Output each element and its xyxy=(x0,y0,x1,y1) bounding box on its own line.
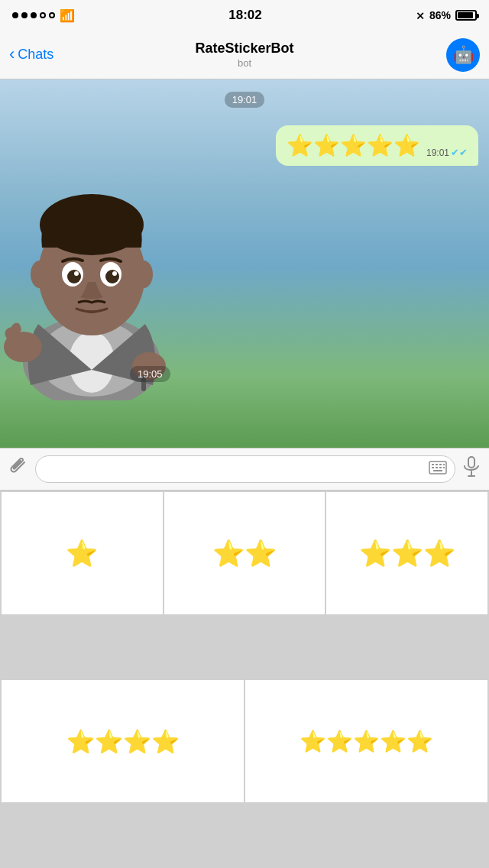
battery-icon xyxy=(455,10,477,21)
svg-rect-27 xyxy=(468,457,474,468)
svg-rect-23 xyxy=(436,467,438,468)
svg-rect-20 xyxy=(439,464,442,465)
stars-text: ⭐⭐⭐⭐⭐ xyxy=(287,133,420,158)
avatar-icon: 🤖 xyxy=(453,45,474,65)
sticker-time-label: 19:05 xyxy=(130,366,170,382)
back-button[interactable]: ‹ Chats xyxy=(9,47,53,63)
chat-title: RateStickerBot xyxy=(195,40,293,57)
message-meta: 19:01 ✔✔ xyxy=(426,147,468,158)
stars-5: ⭐⭐⭐⭐⭐ xyxy=(300,729,433,754)
input-bar xyxy=(0,448,489,491)
double-check-icon: ✔✔ xyxy=(451,147,468,158)
stars-2: ⭐⭐ xyxy=(212,538,277,568)
stars-3: ⭐⭐⭐ xyxy=(359,538,455,568)
svg-point-11 xyxy=(105,270,119,283)
stars-1: ⭐ xyxy=(66,538,98,568)
stars-4: ⭐⭐⭐⭐ xyxy=(66,728,180,755)
sticker-timestamp: 19:05 xyxy=(130,366,170,382)
wifi-icon: 📶 xyxy=(60,8,75,23)
avatar[interactable]: 🤖 xyxy=(446,38,480,72)
dot-3 xyxy=(31,12,37,18)
nav-title-block: RateStickerBot bot xyxy=(195,40,293,69)
timestamp-area: 19:01 xyxy=(0,79,489,108)
mic-icon[interactable] xyxy=(463,456,480,482)
svg-rect-25 xyxy=(443,467,445,468)
svg-rect-18 xyxy=(432,464,434,465)
dot-4 xyxy=(40,12,46,18)
message-input[interactable] xyxy=(35,455,455,483)
svg-rect-22 xyxy=(432,467,434,468)
back-label: Chats xyxy=(18,47,53,63)
rating-cell-4[interactable]: ⭐⭐⭐⭐ xyxy=(2,680,244,802)
message-time: 19:01 xyxy=(426,147,449,158)
rating-grid-row1: ⭐ ⭐⭐ ⭐⭐⭐ xyxy=(0,491,489,679)
dot-1 xyxy=(12,12,18,18)
message-out-stars: ⭐⭐⭐⭐⭐ 19:01 ✔✔ xyxy=(276,125,478,166)
rating-cell-3[interactable]: ⭐⭐⭐ xyxy=(326,492,487,614)
battery-area: ⨯︎ 86% xyxy=(416,9,477,21)
rating-grid-row2: ⭐⭐⭐⭐ ⭐⭐⭐⭐⭐ xyxy=(0,679,489,868)
battery-percent: 86% xyxy=(429,9,451,21)
status-bar: 📶 18:02 ⨯︎ 86% xyxy=(0,0,489,31)
nav-bar: ‹ Chats RateStickerBot bot 🤖 xyxy=(0,31,489,79)
dot-2 xyxy=(21,12,28,18)
signal-dots xyxy=(12,12,55,18)
svg-rect-24 xyxy=(439,467,442,468)
chat-area: 19:01 ⭐⭐⭐⭐⭐ 19:01 ✔✔ xyxy=(0,79,489,451)
bottom-section: ⭐ ⭐⭐ ⭐⭐⭐ ⭐⭐⭐⭐ ⭐⭐⭐⭐⭐ xyxy=(0,448,489,868)
svg-point-7 xyxy=(134,261,153,288)
svg-rect-19 xyxy=(436,464,438,465)
bluetooth-icon: ⨯︎ xyxy=(416,9,425,21)
rating-cell-2[interactable]: ⭐⭐ xyxy=(164,492,325,614)
status-time: 18:02 xyxy=(228,8,261,23)
svg-point-6 xyxy=(31,261,49,288)
svg-point-12 xyxy=(74,271,79,276)
timestamp-bubble-1: 19:01 xyxy=(225,92,265,108)
svg-rect-26 xyxy=(433,470,442,471)
svg-point-10 xyxy=(67,270,81,283)
attach-icon[interactable] xyxy=(9,456,28,482)
svg-rect-21 xyxy=(443,464,445,465)
rating-cell-5[interactable]: ⭐⭐⭐⭐⭐ xyxy=(245,680,487,802)
chevron-left-icon: ‹ xyxy=(9,46,15,63)
dot-5 xyxy=(49,12,55,18)
rating-cell-1[interactable]: ⭐ xyxy=(2,492,163,614)
chat-subtitle: bot xyxy=(195,57,293,69)
signal-area: 📶 xyxy=(12,8,75,23)
svg-point-13 xyxy=(112,271,117,276)
keyboard-icon xyxy=(429,461,447,478)
